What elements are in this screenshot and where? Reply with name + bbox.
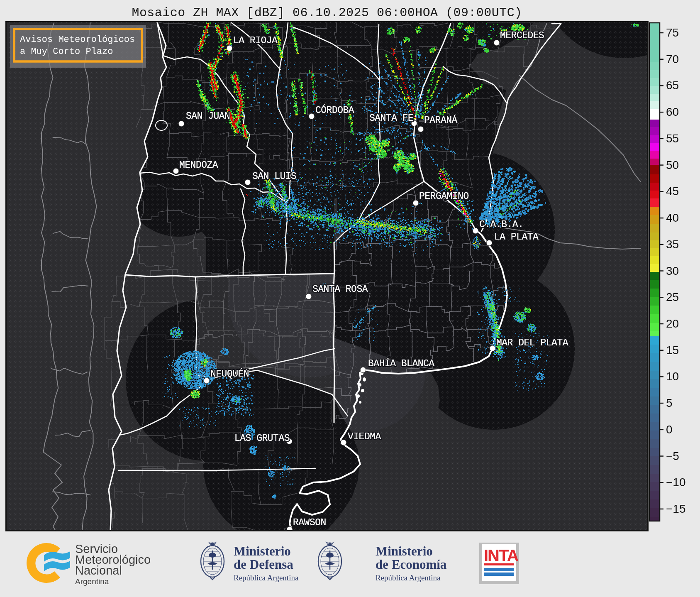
svg-text:Ministerio: Ministerio: [376, 544, 433, 558]
svg-text:República Argentina: República Argentina: [234, 573, 299, 582]
svg-text:Ministerio: Ministerio: [234, 544, 291, 558]
svg-text:Nacional: Nacional: [75, 564, 122, 577]
svg-text:de Defensa: de Defensa: [234, 557, 293, 572]
svg-text:INTA: INTA: [484, 546, 518, 565]
svg-text:de Economía: de Economía: [376, 557, 447, 572]
svg-text:República Argentina: República Argentina: [376, 573, 441, 582]
svg-text:Argentina: Argentina: [75, 577, 109, 586]
